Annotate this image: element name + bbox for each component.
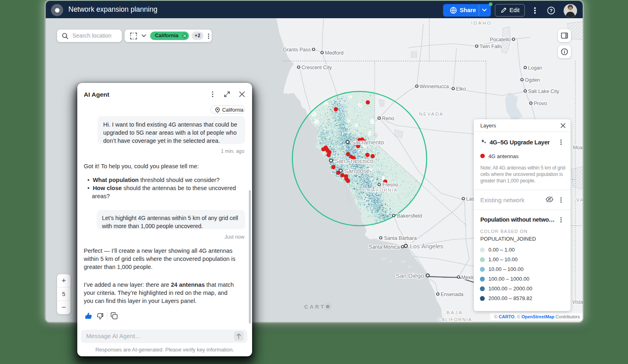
svg-text:San Francisco: San Francisco <box>335 157 373 164</box>
svg-text:Bakersfield: Bakersfield <box>397 213 422 219</box>
svg-text:CART: CART <box>304 304 325 310</box>
svg-text:Los Ángeles: Los Ángeles <box>410 243 443 250</box>
svg-text:Vista: Vista <box>572 299 583 305</box>
svg-text:Santa Mónica: Santa Mónica <box>369 244 400 250</box>
svg-text:Santa Bárbara: Santa Bárbara <box>384 235 417 241</box>
svg-text:BAJA: BAJA <box>447 310 463 315</box>
svg-text:CALIFORNIA: CALIFORNIA <box>437 317 472 322</box>
svg-text:Fresno: Fresno <box>382 182 398 188</box>
svg-text:IDAHO: IDAHO <box>471 21 492 25</box>
svg-text:Logan: Logan <box>528 65 542 71</box>
svg-text:Elko: Elko <box>456 86 466 92</box>
svg-text:San José: San José <box>344 167 370 174</box>
svg-text:Salt Lake City: Salt Lake City <box>528 89 560 94</box>
svg-text:Medford: Medford <box>325 50 344 56</box>
svg-text:?: ? <box>550 8 552 13</box>
svg-text:Twin Falls: Twin Falls <box>479 44 502 49</box>
svg-text:Pocatello: Pocatello <box>490 37 511 42</box>
svg-text:Ensenada: Ensenada <box>441 292 463 297</box>
svg-text:San Diego: San Diego <box>396 272 424 279</box>
svg-text:CALIFORNIA: CALIFORNIA <box>363 188 397 193</box>
svg-text:Ogden: Ogden <box>525 77 540 83</box>
svg-text:Moab: Moab <box>573 145 583 150</box>
svg-text:VA: VA <box>576 197 583 203</box>
svg-text:Sacramento: Sacramento <box>351 139 384 146</box>
svg-text:Grants Pass: Grants Pass <box>283 47 311 53</box>
svg-text:NEVADA: NEVADA <box>419 112 444 116</box>
svg-text:Crescent City: Crescent City <box>301 65 332 70</box>
svg-text:Winnemucca: Winnemucca <box>420 84 449 89</box>
svg-text:Provo: Provo <box>534 101 547 106</box>
svg-text:Reno: Reno <box>382 116 394 121</box>
